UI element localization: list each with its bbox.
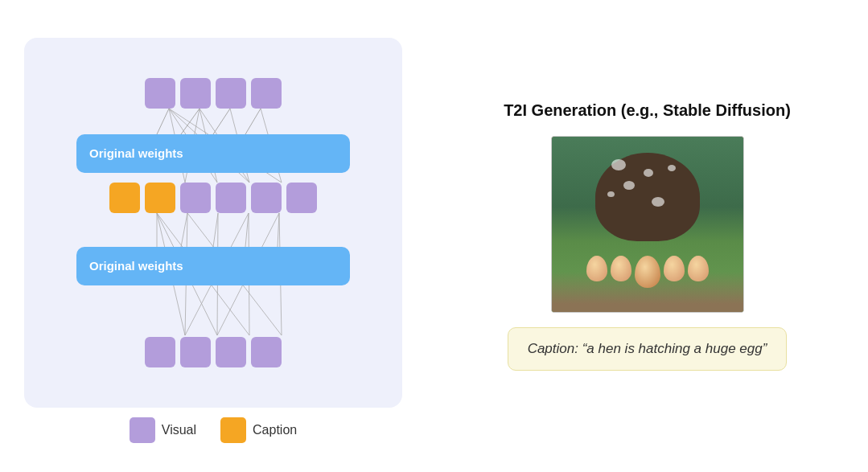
egg-4 — [688, 256, 709, 281]
bot-node-1 — [145, 337, 175, 367]
spot-1 — [611, 159, 626, 170]
spot-2 — [644, 169, 653, 177]
weight-label-bottom: Original weights — [89, 259, 183, 273]
caption-legend-item: Caption — [220, 417, 297, 443]
svg-line-1 — [181, 109, 200, 134]
spot-4 — [668, 165, 676, 171]
top-node-4 — [251, 78, 282, 109]
mid-node-orange-2 — [145, 183, 175, 213]
visual-legend-box — [130, 417, 155, 443]
spot-6 — [607, 191, 615, 197]
left-panel: Original weights Original weights — [0, 0, 426, 472]
weight-label-top: Original weights — [89, 146, 183, 160]
top-nodes-layer — [145, 78, 282, 109]
weight-bar-top: Original weights — [76, 134, 350, 173]
mid-nodes-layer — [109, 183, 317, 213]
hen-body — [595, 153, 700, 241]
svg-line-14 — [181, 213, 187, 247]
top-node-3 — [216, 78, 246, 109]
mid-node-purple-4 — [286, 183, 317, 213]
weight-bar-bottom: Original weights — [76, 247, 350, 285]
bottom-nodes-layer — [145, 337, 282, 367]
caption-legend-box — [220, 417, 246, 443]
svg-line-16 — [245, 213, 249, 247]
visual-legend-item: Visual — [130, 417, 196, 443]
egg-3 — [664, 256, 685, 281]
top-node-1 — [145, 78, 175, 109]
mid-node-orange-1 — [109, 183, 140, 213]
nn-diagram: Original weights Original weights — [52, 70, 374, 376]
chicken-background — [552, 137, 743, 312]
svg-line-15 — [213, 213, 218, 247]
bot-node-4 — [251, 337, 282, 367]
egg-1 — [586, 256, 607, 281]
panel-title: T2I Generation (e.g., Stable Diffusion) — [504, 101, 791, 120]
right-panel: T2I Generation (e.g., Stable Diffusion) — [426, 0, 868, 472]
connections-svg — [52, 70, 374, 376]
spot-5 — [652, 197, 664, 207]
top-node-2 — [180, 78, 211, 109]
neural-network-diagram: Original weights Original weights — [24, 38, 402, 408]
caption-text: Caption: “a hen is hatching a huge egg” — [528, 341, 767, 356]
svg-line-17 — [278, 213, 279, 247]
visual-legend-label: Visual — [162, 423, 196, 437]
svg-line-2 — [213, 109, 230, 134]
legend: Visual Caption — [130, 417, 297, 443]
caption-box: Caption: “a hen is hatching a huge egg” — [508, 327, 788, 371]
svg-line-3 — [245, 109, 261, 134]
bot-node-3 — [216, 337, 246, 367]
eggs-container — [586, 256, 709, 288]
egg-2 — [611, 256, 631, 281]
bot-node-2 — [180, 337, 211, 367]
mid-node-purple-3 — [251, 183, 282, 213]
mid-node-purple-1 — [180, 183, 211, 213]
spot-3 — [623, 181, 635, 190]
chicken-image — [551, 136, 744, 313]
mid-node-purple-2 — [216, 183, 246, 213]
svg-line-0 — [157, 109, 169, 134]
caption-legend-label: Caption — [253, 423, 297, 437]
egg-large — [635, 256, 660, 288]
